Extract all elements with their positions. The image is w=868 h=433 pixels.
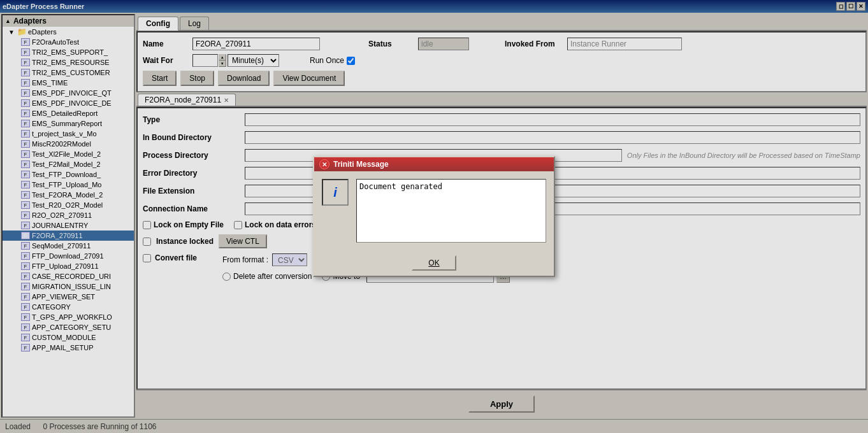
- modal-info-icon: i: [322, 179, 349, 206]
- modal-title-text: Triniti Message: [333, 160, 389, 169]
- modal-ok-button[interactable]: OK: [412, 255, 456, 271]
- modal-overlay: ✕ Triniti Message i OK: [0, 0, 868, 433]
- modal-body: i: [314, 171, 554, 250]
- modal-footer: OK: [314, 250, 554, 276]
- modal-close-button[interactable]: ✕: [319, 159, 329, 169]
- triniti-message-modal: ✕ Triniti Message i OK: [313, 156, 555, 277]
- modal-title-bar: ✕ Triniti Message: [314, 157, 554, 171]
- modal-message: [356, 179, 546, 243]
